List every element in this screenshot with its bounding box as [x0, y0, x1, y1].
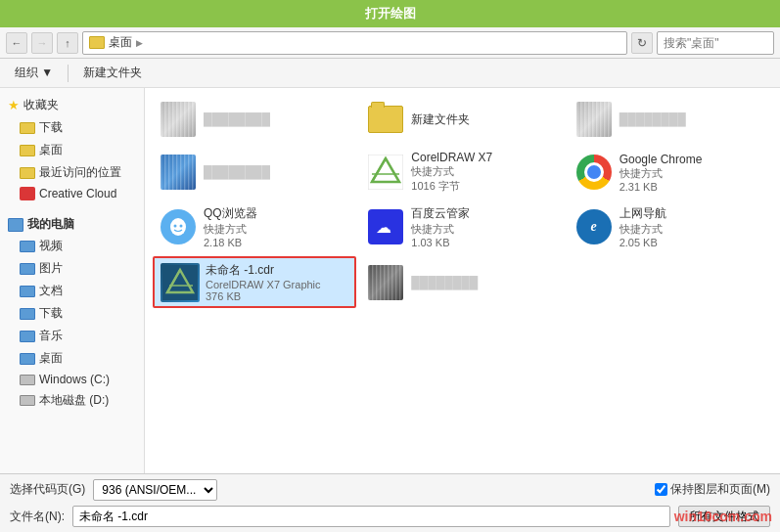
toolbar: 组织 ▼ 新建文件夹 [0, 59, 780, 88]
sidebar-item-ddrive[interactable]: 本地磁盘 (D:) [0, 389, 144, 412]
organize-button[interactable]: 组织 ▼ [8, 61, 60, 85]
qq-icon-wrap [159, 207, 198, 246]
search-input[interactable] [657, 31, 774, 55]
keep-layers-checkbox[interactable] [655, 483, 667, 496]
sidebar-item-dl[interactable]: 下载 [0, 302, 144, 325]
file-grid: ████████ 新建文件夹 ████████ ███ [145, 88, 780, 473]
folder-icon [89, 36, 105, 49]
list-item-newfolder[interactable]: 新建文件夹 [360, 96, 564, 143]
ie-icon-wrap: e [574, 207, 614, 246]
sidebar-item-downloads[interactable]: 下载 [0, 116, 144, 139]
file-name: CorelDRAW X7 [411, 151, 558, 164]
file-name: ████████ [619, 112, 766, 126]
filename-row: 文件名(N): 所有文件格式 [10, 506, 770, 529]
filename-input[interactable] [72, 506, 670, 527]
path-label: 桌面 [109, 34, 132, 51]
file-desc: 快捷方式 [619, 222, 766, 237]
sidebar-item-pictures[interactable]: 图片 [0, 257, 144, 280]
list-item-ie[interactable]: e 上网导航 快捷方式 2.05 KB [569, 201, 772, 252]
list-item-coreldraw[interactable]: CorelDRAW X7 快捷方式 1016 字节 [360, 147, 564, 198]
hdd-icon [20, 395, 35, 406]
folder-icon [20, 241, 35, 252]
up-button[interactable]: ↑ [57, 32, 78, 54]
sidebar-item-desktop[interactable]: 桌面 [0, 139, 144, 161]
blurred-icon [576, 102, 612, 137]
forward-button[interactable]: → [31, 32, 53, 54]
file-icon-blurred [366, 263, 405, 302]
list-item[interactable]: ████████ [569, 96, 772, 143]
file-desc: 快捷方式 [411, 222, 558, 237]
baidu-icon: ☁ [368, 209, 403, 244]
hdd-icon [20, 375, 35, 385]
folder-icon [20, 331, 35, 342]
file-icon-blurred [159, 153, 198, 192]
file-name: ████████ [411, 276, 558, 289]
pc-icon [8, 218, 23, 232]
sidebar-item-recent[interactable]: 最近访问的位置 [0, 161, 144, 184]
chrome-icon [576, 155, 612, 190]
folder-icon [368, 106, 403, 133]
sidebar-label: 最近访问的位置 [39, 164, 121, 181]
sidebar-label: 桌面 [39, 142, 63, 158]
folder-icon [20, 286, 35, 297]
sidebar-item-desk2[interactable]: 桌面 [0, 347, 144, 370]
title-label: 打开绘图 [365, 5, 416, 22]
address-path[interactable]: 桌面 ▶ [82, 31, 627, 55]
list-item[interactable]: ████████ [153, 96, 356, 143]
sidebar-label: 文档 [39, 283, 63, 299]
baidu-icon-wrap: ☁ [366, 207, 405, 246]
svg-point-6 [180, 225, 183, 228]
file-size: 1016 字节 [411, 179, 558, 194]
folder-icon-wrap [366, 100, 405, 139]
file-size: 2.31 KB [619, 181, 766, 193]
cc-icon [20, 187, 35, 200]
qq-icon [161, 209, 196, 244]
ie-icon: e [576, 209, 612, 244]
sidebar-label: Windows (C:) [39, 373, 110, 386]
main-content: ★ 收藏夹 下载 桌面 最近访问的位置 Creative Cloud 我的电脑 … [0, 88, 780, 473]
list-item[interactable]: ████████ [153, 147, 356, 198]
blurred-icon [368, 265, 403, 300]
folder-icon [20, 263, 35, 275]
encoding-label: 选择代码页(G) [10, 481, 85, 498]
list-item-cdr[interactable]: 未命名 -1.cdr CorelDRAW X7 Graphic 376 KB [153, 256, 356, 308]
sidebar-item-cc[interactable]: Creative Cloud [0, 184, 144, 203]
title-bar: 打开绘图 [0, 0, 780, 27]
file-name: 未命名 -1.cdr [206, 262, 348, 279]
file-name: Google Chrome [619, 153, 766, 166]
refresh-button[interactable]: ↻ [631, 32, 653, 54]
path-arrow: ▶ [136, 38, 143, 48]
sidebar-item-music[interactable]: 音乐 [0, 325, 144, 347]
mypc-title[interactable]: 我的电脑 [0, 211, 144, 235]
file-desc: 快捷方式 [204, 222, 350, 237]
list-item[interactable]: ████████ [360, 256, 564, 308]
sidebar: ★ 收藏夹 下载 桌面 最近访问的位置 Creative Cloud 我的电脑 … [0, 88, 145, 473]
sidebar-item-video[interactable]: 视频 [0, 235, 144, 257]
chrome-icon-wrap [574, 153, 614, 192]
sidebar-label: 桌面 [39, 350, 63, 367]
list-item-baidu[interactable]: ☁ 百度云管家 快捷方式 1.03 KB [360, 201, 564, 252]
folder-icon [20, 122, 35, 134]
sidebar-label: 本地磁盘 (D:) [39, 392, 109, 409]
svg-point-5 [174, 225, 177, 228]
favorites-title[interactable]: ★ 收藏夹 [0, 94, 144, 116]
new-folder-button[interactable]: 新建文件夹 [76, 61, 149, 85]
keep-layers-checkbox-wrap: 保持图层和页面(M) [655, 481, 770, 498]
list-item-chrome[interactable]: Google Chrome 快捷方式 2.31 KB [569, 147, 772, 198]
folder-icon [20, 353, 35, 365]
file-name: 百度云管家 [411, 205, 558, 222]
file-desc: 快捷方式 [411, 164, 558, 179]
file-name: QQ浏览器 [204, 205, 350, 222]
file-size: 2.05 KB [619, 237, 766, 248]
list-item-qq[interactable]: QQ浏览器 快捷方式 2.18 KB [153, 201, 356, 252]
file-size: 1.03 KB [411, 237, 558, 248]
sidebar-label: 音乐 [39, 328, 63, 344]
encoding-select[interactable]: 936 (ANSI/OEM... [93, 479, 217, 501]
back-button[interactable]: ← [6, 32, 27, 54]
keep-layers-label: 保持图层和页面(M) [670, 481, 770, 498]
sidebar-label: Creative Cloud [39, 187, 116, 200]
toolbar-separator [68, 65, 69, 82]
sidebar-item-cdrive[interactable]: Windows (C:) [0, 370, 144, 389]
organize-label: 组织 ▼ [15, 65, 53, 81]
sidebar-item-docs[interactable]: 文档 [0, 280, 144, 302]
